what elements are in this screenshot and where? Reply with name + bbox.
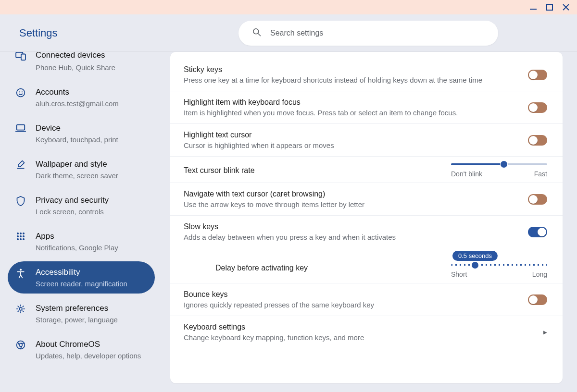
svg-point-11 (23, 233, 25, 234)
sidebar-item-accessibility[interactable]: Accessibility Screen reader, magnificati… (8, 261, 155, 294)
chrome-icon (14, 340, 27, 350)
apps-icon (14, 232, 27, 241)
slider-value-bubble: 0.5 seconds (452, 251, 498, 261)
svg-rect-1 (547, 4, 552, 10)
face-icon (14, 88, 27, 98)
minimize-icon (529, 3, 537, 11)
sidebar-item-sublabel: Updates, help, developer options (36, 352, 141, 360)
sidebar-item-about-chromeos[interactable]: About ChromeOS Updates, help, developer … (8, 333, 155, 366)
sidebar-item-wallpaper-style[interactable]: Wallpaper and style Dark theme, screen s… (8, 153, 155, 185)
toggle-bounce-keys[interactable] (528, 294, 547, 305)
laptop-icon (14, 124, 27, 133)
svg-point-9 (17, 233, 19, 234)
toggle-slow-keys[interactable] (528, 227, 547, 237)
sidebar-item-sublabel: Phone Hub, Quick Share (36, 63, 115, 72)
setting-desc: Adds a delay between when you press a ke… (184, 233, 518, 241)
slider-blink-rate[interactable]: Don't blink Fast (451, 160, 547, 178)
sidebar: Connected devices Phone Hub, Quick Share… (0, 52, 164, 392)
setting-title: Keyboard settings (184, 323, 534, 331)
sidebar-item-system-preferences[interactable]: System preferences Storage, power, langu… (8, 297, 155, 330)
slider-slow-keys-delay[interactable]: 0.5 seconds Short Long (451, 255, 547, 278)
svg-point-10 (20, 233, 22, 234)
sidebar-item-accounts[interactable]: Accounts aluh.cros.test@gmail.com (8, 81, 155, 113)
slider-label-left: Short (451, 270, 467, 278)
svg-rect-0 (530, 9, 537, 10)
chevron-right-icon: ▶ (543, 330, 547, 335)
window-minimize-button[interactable] (525, 0, 541, 14)
sidebar-item-connected-devices[interactable]: Connected devices Phone Hub, Quick Share (8, 52, 155, 77)
svg-point-15 (17, 238, 19, 240)
sidebar-item-label: Privacy and security (36, 195, 109, 206)
shield-icon (14, 196, 27, 207)
setting-title: Text cursor blink rate (184, 166, 441, 175)
setting-title: Highlight item with keyboard focus (184, 98, 518, 107)
setting-desc: Change keyboard key mapping, function ke… (184, 333, 534, 342)
svg-point-13 (20, 235, 22, 237)
row-highlight-text-cursor[interactable]: Highlight text cursor Cursor is highligh… (170, 124, 563, 157)
setting-desc: Use the arrow keys to move through items… (184, 200, 518, 208)
row-slow-keys-delay: Delay before activating key 0.5 seconds … (170, 248, 563, 283)
row-keyboard-settings-link[interactable]: Keyboard settings Change keyboard key ma… (170, 316, 563, 348)
sidebar-item-sublabel: Screen reader, magnification (36, 280, 127, 288)
setting-title: Bounce keys (184, 290, 518, 299)
sidebar-item-label: Accounts (36, 87, 119, 98)
svg-point-5 (17, 89, 25, 97)
sidebar-item-label: Apps (36, 231, 118, 242)
svg-rect-8 (17, 125, 25, 130)
sidebar-item-label: About ChromeOS (36, 339, 141, 350)
toggle-highlight-text-cursor[interactable] (528, 135, 547, 146)
svg-point-17 (23, 238, 25, 240)
window-maximize-button[interactable] (541, 0, 558, 14)
toggle-sticky-keys[interactable] (528, 70, 547, 80)
setting-title: Slow keys (184, 222, 518, 231)
palette-icon (14, 160, 27, 170)
sidebar-item-sublabel: Notifications, Google Play (36, 244, 118, 252)
toggle-highlight-focus-item[interactable] (528, 102, 547, 113)
sidebar-item-label: Connected devices (36, 52, 115, 61)
setting-title: Navigate with text cursor (caret browsin… (184, 190, 518, 198)
main-content: Sticky keys Press one key at a time for … (164, 52, 577, 392)
gear-icon (14, 304, 27, 314)
sidebar-item-device[interactable]: Device Keyboard, touchpad, print (8, 117, 155, 149)
sidebar-item-sublabel: Storage, power, language (36, 316, 118, 324)
sidebar-item-label: System preferences (36, 303, 118, 314)
svg-rect-4 (21, 54, 25, 61)
row-highlight-focus-item[interactable]: Highlight item with keyboard focus Item … (170, 91, 563, 124)
window-close-button[interactable] (558, 0, 574, 14)
sidebar-item-sublabel: aluh.cros.test@gmail.com (36, 99, 119, 108)
sidebar-item-apps[interactable]: Apps Notifications, Google Play (8, 225, 155, 257)
svg-point-14 (23, 235, 25, 237)
row-caret-browsing[interactable]: Navigate with text cursor (caret browsin… (170, 183, 563, 216)
setting-desc: Cursor is highlighted when it appears or… (184, 141, 518, 149)
slider-label-right: Fast (534, 170, 547, 178)
maximize-icon (546, 4, 553, 11)
window-title-bar (0, 0, 577, 14)
slider-label-right: Long (532, 270, 547, 278)
sidebar-item-privacy-security[interactable]: Privacy and security Lock screen, contro… (8, 189, 155, 221)
setting-desc: Press one key at a time for keyboard sho… (184, 76, 518, 84)
setting-desc: Ignores quickly repeated presses of the … (184, 301, 518, 309)
sidebar-item-label: Wallpaper and style (36, 159, 118, 170)
svg-point-19 (19, 307, 22, 310)
sidebar-item-sublabel: Keyboard, touchpad, print (36, 135, 118, 144)
setting-title: Delay before activating key (215, 264, 441, 272)
search-input[interactable] (270, 29, 498, 37)
row-slow-keys[interactable]: Slow keys Adds a delay between when you … (170, 216, 563, 248)
slider-label-left: Don't blink (451, 170, 482, 178)
close-icon (562, 3, 570, 11)
search-box[interactable] (238, 21, 498, 46)
sidebar-item-label: Device (36, 123, 118, 134)
setting-title: Sticky keys (184, 65, 518, 74)
settings-card-keyboard: Sticky keys Press one key at a time for … (170, 52, 563, 383)
sidebar-item-sublabel: Lock screen, controls (36, 208, 109, 216)
svg-point-16 (20, 238, 22, 240)
search-icon (252, 27, 262, 38)
row-bounce-keys[interactable]: Bounce keys Ignores quickly repeated pre… (170, 283, 563, 316)
sidebar-item-label: Accessibility (36, 267, 127, 278)
setting-desc: Item is highlighted when you move focus.… (184, 109, 518, 117)
toggle-caret-browsing[interactable] (528, 194, 547, 205)
svg-point-7 (22, 91, 23, 92)
row-sticky-keys[interactable]: Sticky keys Press one key at a time for … (170, 59, 563, 91)
accessibility-icon (14, 268, 27, 279)
devices-icon (14, 52, 27, 61)
